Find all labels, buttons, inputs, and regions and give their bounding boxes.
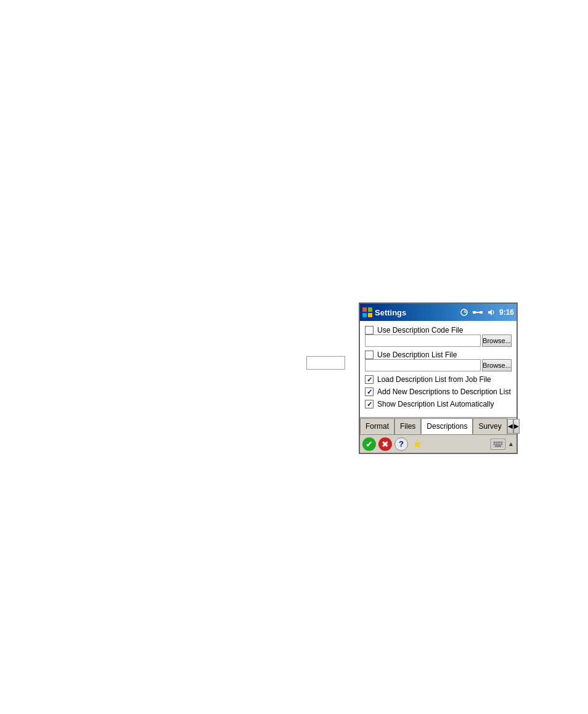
svg-rect-11 [496,442,497,443]
action-bar: ✔ ✖ ? ★ ▲ [360,434,517,453]
show-desc-list-label: Show Description List Automatically [377,400,494,408]
load-desc-list-row: Load Description List from Job File [365,375,512,384]
connect-icon[interactable] [472,307,483,318]
ok-button[interactable]: ✔ [362,437,376,451]
use-desc-code-file-section: Use Description Code File Browse... [365,326,512,347]
svg-rect-14 [501,442,502,443]
load-desc-list-checkbox[interactable] [365,375,374,384]
use-desc-code-file-browse-button[interactable]: Browse... [482,335,512,347]
tab-nav-right-button[interactable]: ▶ [513,419,520,434]
tab-format[interactable]: Format [360,418,394,434]
svg-rect-2 [362,313,367,317]
content-area: Use Description Code File Browse... Use … [360,321,517,417]
keyboard-icon[interactable] [491,439,505,450]
svg-marker-8 [488,309,492,315]
use-desc-list-file-input-row: Browse... [365,359,512,371]
help-button[interactable]: ? [394,437,408,451]
add-new-desc-label: Add New Descriptions to Description List [377,387,511,396]
svg-rect-15 [494,444,495,445]
use-desc-code-file-row: Use Description Code File [365,326,512,335]
svg-rect-18 [499,444,500,445]
tab-nav-left-button[interactable]: ◀ [507,419,513,434]
svg-rect-7 [476,312,480,313]
title-bar-icons: 9:16 [459,307,514,318]
tab-files[interactable]: Files [394,418,421,434]
device-window: Settings [359,302,518,454]
use-desc-list-file-label: Use Description List File [377,351,457,359]
use-desc-code-file-label: Use Description Code File [377,326,463,335]
use-desc-list-file-browse-button[interactable]: Browse... [482,359,512,371]
svg-rect-20 [495,445,501,447]
svg-rect-5 [473,311,476,314]
svg-rect-19 [501,444,502,445]
refresh-icon[interactable] [459,307,470,318]
svg-rect-16 [496,444,497,445]
svg-rect-17 [497,444,499,445]
add-new-desc-row: Add New Descriptions to Description List [365,387,512,396]
favorite-button[interactable]: ★ [410,437,424,451]
tab-survey[interactable]: Survey [473,418,507,434]
use-desc-list-file-input[interactable] [365,359,481,371]
show-desc-list-checkbox[interactable] [365,400,374,408]
use-desc-list-file-section: Use Description List File Browse... [365,351,512,371]
windows-logo-icon [362,307,372,317]
svg-rect-10 [494,442,495,443]
title-bar: Settings [360,304,517,321]
load-desc-list-label: Load Description List from Job File [377,375,491,384]
svg-rect-3 [368,313,372,317]
use-desc-list-file-row: Use Description List File [365,351,512,359]
action-bar-expand-icon[interactable]: ▲ [508,440,514,447]
tab-descriptions[interactable]: Descriptions [421,418,473,434]
show-desc-list-row: Show Description List Automatically [365,400,512,408]
svg-rect-6 [480,311,483,314]
use-desc-list-file-checkbox[interactable] [365,351,374,359]
use-desc-code-file-input[interactable] [365,335,481,347]
status-bar-time: 9:16 [499,308,514,317]
tab-bar: Format Files Descriptions Survey ◀ ▶ [360,417,517,434]
cancel-button[interactable]: ✖ [378,437,392,451]
svg-rect-13 [499,442,500,443]
use-desc-code-file-input-row: Browse... [365,335,512,347]
svg-rect-12 [497,442,499,443]
floating-rectangle [306,356,345,370]
use-desc-code-file-checkbox[interactable] [365,326,374,335]
add-new-desc-checkbox[interactable] [365,387,374,396]
speaker-icon[interactable] [486,307,497,318]
window-title: Settings [375,308,456,317]
svg-rect-0 [362,307,367,312]
svg-rect-1 [368,307,372,312]
